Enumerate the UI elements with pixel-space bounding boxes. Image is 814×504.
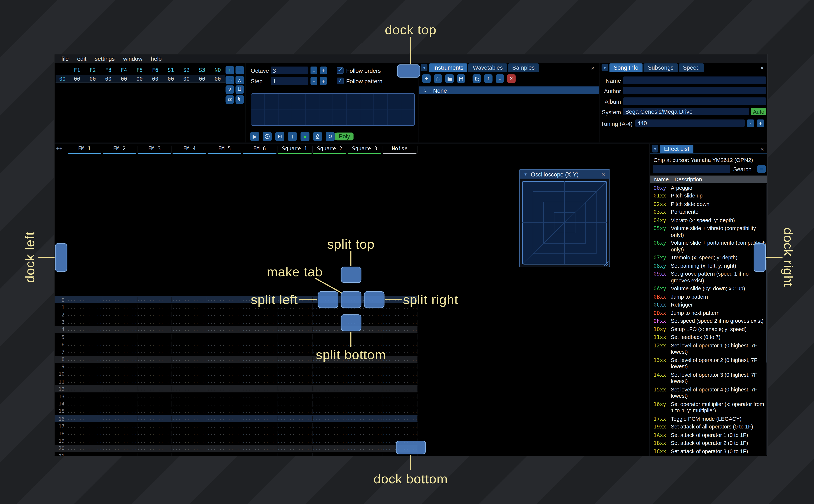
pattern-cell[interactable]: ... .. .. .... [207, 371, 242, 377]
repeat-pattern-button[interactable]: ↻ [326, 132, 334, 141]
pattern-cell[interactable]: ... .. .. .... [207, 431, 242, 436]
pattern-cell[interactable]: ... .. .. .... [102, 409, 137, 414]
horizontal-splitter[interactable] [55, 143, 767, 144]
pattern-cell[interactable]: ... .. .. .... [347, 364, 382, 369]
pattern-cell[interactable]: ... .. .. .... [207, 334, 242, 340]
pattern-cell[interactable]: ... .. .. .... [67, 394, 102, 399]
step-decrease-button[interactable]: - [310, 77, 317, 85]
pattern-cell[interactable]: ... .. .. .... [172, 386, 207, 391]
pattern-cell[interactable]: ... .. .. .... [207, 446, 242, 451]
follow-pattern-checkbox[interactable] [337, 78, 343, 84]
scrollbar-thumb[interactable] [766, 260, 767, 363]
pattern-cell[interactable]: ... .. .. .... [137, 431, 172, 436]
pattern-row[interactable]: 13... .. .. ....... .. .. ....... .. .. … [55, 393, 418, 400]
pattern-cell[interactable]: ... .. .. .... [172, 446, 207, 451]
pattern-cell[interactable]: ... .. .. .... [102, 334, 137, 340]
order-edit-mode-button[interactable] [235, 95, 244, 104]
order-cell[interactable]: 00 [210, 76, 226, 81]
pattern-cell[interactable]: ... .. .. .... [382, 416, 418, 421]
pattern-row[interactable]: 21... .. .. ....... .. .. ....... .. .. … [55, 452, 418, 456]
pattern-cell[interactable]: ... .. .. .... [277, 401, 312, 406]
pattern-cell[interactable]: ... .. .. .... [242, 379, 277, 384]
pattern-cell[interactable]: ... .. .. .... [277, 379, 312, 384]
pattern-cell[interactable]: ... .. .. .... [277, 416, 312, 421]
channel-header-fm-2[interactable]: FM 2 [102, 146, 137, 153]
pattern-cell[interactable]: ... .. .. .... [172, 416, 207, 421]
order-cell[interactable]: 00 [147, 76, 163, 81]
channel-header-fm-3[interactable]: FM 3 [137, 146, 172, 153]
effect-row-00xy[interactable]: 00xyArpeggio [650, 184, 767, 192]
pattern-cell[interactable]: ... .. .. .... [347, 379, 382, 384]
pattern-cell[interactable]: ... .. .. .... [67, 401, 102, 406]
pattern-row[interactable]: 15... .. .. ....... .. .. ....... .. .. … [55, 407, 418, 415]
pattern-cell[interactable]: ... .. .. .... [207, 342, 242, 347]
pattern-cell[interactable]: ... .. .. .... [242, 416, 277, 421]
orders-row[interactable]: 0000000000000000000000 [56, 75, 225, 83]
pattern-cell[interactable]: ... .. .. .... [207, 401, 242, 406]
pattern-cell[interactable]: ... .. .. .... [67, 364, 102, 369]
effect-row-10xy[interactable]: 10xySetup LFO (x: enable; y: speed) [650, 325, 767, 333]
name-input[interactable] [623, 76, 766, 84]
pattern-row[interactable]: 20... .. .. ....... .. .. ....... .. .. … [55, 445, 418, 452]
pattern-row[interactable]: 18... .. .. ....... .. .. ....... .. .. … [55, 430, 418, 437]
pattern-cell[interactable]: ... .. .. .... [382, 334, 418, 340]
pattern-cell[interactable]: ... .. .. .... [277, 357, 312, 362]
pattern-cell[interactable]: ... .. .. .... [382, 401, 418, 406]
effect-row-06xy[interactable]: 06xyVolume slide + portamento (compatibi… [650, 239, 767, 254]
pattern-cell[interactable]: ... .. .. .... [172, 424, 207, 429]
menu-item-edit[interactable]: edit [73, 55, 91, 63]
pattern-cell[interactable]: ... .. .. .... [347, 334, 382, 340]
author-input[interactable] [623, 87, 766, 94]
pattern-cell[interactable]: ... .. .. .... [67, 297, 102, 302]
pattern-cell[interactable]: ... .. .. .... [67, 327, 102, 332]
pattern-cell[interactable]: ... .. .. .... [137, 349, 172, 354]
pattern-row[interactable]: 1... .. .. ....... .. .. ....... .. .. .… [55, 303, 418, 311]
instruments-tab-wavetables[interactable]: Wavetables [469, 63, 507, 72]
pattern-cell[interactable]: ... .. .. .... [67, 357, 102, 362]
pattern-cell[interactable]: ... .. .. .... [347, 371, 382, 377]
poly-toggle-button[interactable]: Poly [335, 133, 354, 141]
menu-item-window[interactable]: window [119, 55, 146, 63]
window-menu-icon[interactable] [421, 64, 428, 71]
pattern-cell[interactable]: ... .. .. .... [242, 342, 277, 347]
pattern-cell[interactable]: ... .. .. .... [102, 312, 137, 317]
pattern-cell[interactable]: ... .. .. .... [137, 305, 172, 310]
pattern-cell[interactable]: ... .. .. .... [242, 364, 277, 369]
pattern-cell[interactable]: ... .. .. .... [67, 446, 102, 451]
pattern-cell[interactable]: ... .. .. .... [277, 438, 312, 444]
pattern-cell[interactable]: ... .. .. .... [172, 453, 207, 456]
dock-bottom-target[interactable] [396, 441, 426, 454]
pattern-row[interactable]: 2... .. .. ....... .. .. ....... .. .. .… [55, 311, 418, 318]
pattern-cell[interactable]: ... .. .. .... [172, 327, 207, 332]
channel-header-noise[interactable]: Noise [382, 146, 418, 153]
pattern-cell[interactable]: ... .. .. .... [242, 357, 277, 362]
effect-row-05xy[interactable]: 05xyVolume slide + vibrato (compatibilit… [650, 225, 767, 239]
pattern-cell[interactable]: ... .. .. .... [172, 371, 207, 377]
move-order-up-button[interactable]: ∧ [235, 76, 244, 84]
effect-row-19xx[interactable]: 19xxSet attack of all operators (0 to 1F… [650, 423, 767, 431]
pattern-cell[interactable]: ... .. .. .... [382, 379, 418, 384]
pattern-cell[interactable]: ... .. .. .... [137, 342, 172, 347]
open-instrument-button[interactable] [445, 74, 454, 83]
effect-row-17xx[interactable]: 17xxToggle PCM mode (LEGACY) [650, 415, 767, 423]
pattern-cell[interactable]: ... .. .. .... [277, 342, 312, 347]
add-instrument-button[interactable]: + [422, 74, 431, 83]
pattern-cell[interactable]: ... .. .. .... [277, 349, 312, 354]
pattern-cell[interactable]: ... .. .. .... [137, 371, 172, 377]
split-top-target[interactable] [341, 267, 361, 283]
pattern-cell[interactable]: ... .. .. .... [102, 371, 137, 377]
pattern-cell[interactable]: ... .. .. .... [312, 438, 347, 444]
pattern-cell[interactable]: ... .. .. .... [102, 438, 137, 444]
pattern-cell[interactable]: ... .. .. .... [102, 453, 137, 456]
step-one-row-button[interactable]: ↓ [288, 132, 297, 141]
instruments-tab-instruments[interactable]: Instruments [429, 63, 468, 72]
pattern-cell[interactable]: ... .. .. .... [277, 409, 312, 414]
pattern-cell[interactable]: ... .. .. .... [312, 334, 347, 340]
order-cell[interactable]: 00 [163, 76, 179, 81]
pattern-cell[interactable]: ... .. .. .... [382, 431, 418, 436]
pattern-cell[interactable]: ... .. .. .... [382, 312, 418, 317]
pattern-cell[interactable]: ... .. .. .... [102, 349, 137, 354]
menu-item-file[interactable]: file [57, 55, 73, 63]
pattern-cell[interactable]: ... .. .. .... [102, 297, 137, 302]
order-cell[interactable]: 00 [179, 76, 194, 81]
